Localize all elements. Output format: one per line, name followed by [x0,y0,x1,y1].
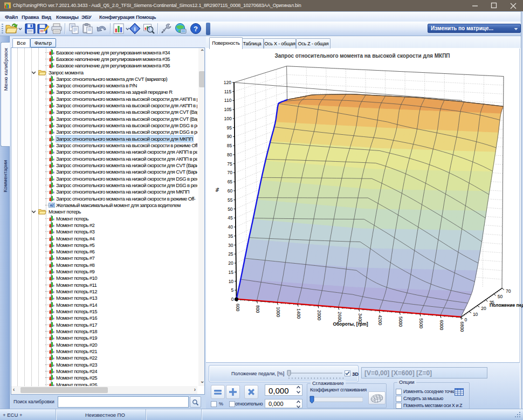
svg-text:a2: a2 [50,203,54,208]
svg-text:i: i [134,25,135,32]
svg-text:?: ? [194,25,198,33]
